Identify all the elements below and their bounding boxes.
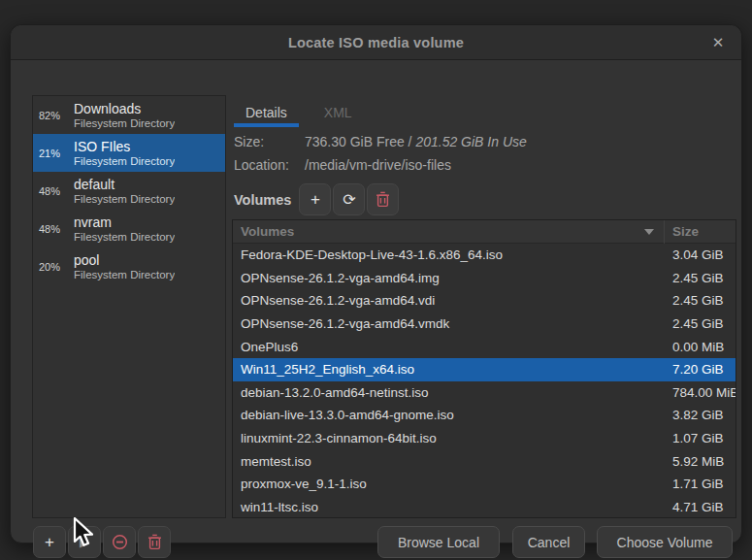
trash-icon bbox=[376, 191, 390, 208]
storage-pool-list[interactable]: 82% Downloads Filesystem Directory 21% I… bbox=[32, 95, 226, 518]
volume-row[interactable]: memtest.iso 5.92 MiB bbox=[233, 449, 736, 473]
storage-pool-item[interactable]: 48% default Filesystem Directory bbox=[33, 172, 225, 210]
volumes-toolbar: Volumes + ⟳ bbox=[234, 183, 401, 215]
pool-type: Filesystem Directory bbox=[74, 268, 175, 281]
sort-descending-icon bbox=[644, 229, 654, 235]
add-volume-button[interactable]: + bbox=[299, 183, 331, 215]
volume-row[interactable]: OPNsense-26.1.2-vga-amd64.img 2.45 GiB bbox=[233, 267, 736, 290]
volume-size: 784.00 MiB bbox=[665, 385, 736, 400]
pool-name: Downloads bbox=[74, 101, 175, 116]
volume-size: 2.45 GiB bbox=[665, 271, 736, 285]
volume-name: OPNsense-26.1.2-vga-amd64.vdi bbox=[233, 293, 665, 308]
pool-usage-percent: 82% bbox=[39, 110, 70, 121]
detail-tabs: Details XML bbox=[234, 101, 377, 127]
storage-pool-item[interactable]: 20% pool Filesystem Directory bbox=[33, 247, 225, 285]
choose-volume-button[interactable]: Choose Volume bbox=[597, 526, 733, 558]
pool-type: Filesystem Directory bbox=[74, 230, 175, 244]
cancel-button[interactable]: Cancel bbox=[512, 526, 585, 558]
volume-size: 0.00 MiB bbox=[665, 340, 736, 354]
storage-pool-item[interactable]: 21% ISO FIles Filesystem Directory bbox=[33, 134, 225, 172]
refresh-icon: ⟳ bbox=[343, 192, 355, 208]
volume-row[interactable]: win11-ltsc.iso 4.71 GiB bbox=[233, 496, 736, 518]
volume-name: debian-13.2.0-amd64-netinst.iso bbox=[233, 385, 665, 400]
browse-local-button[interactable]: Browse Local bbox=[377, 526, 500, 558]
volume-row[interactable]: OnePlus6 0.00 MiB bbox=[233, 335, 736, 358]
volume-size: 4.71 GiB bbox=[665, 500, 736, 514]
volume-size: 3.04 GiB bbox=[665, 247, 736, 262]
pool-size-row: Size:736.30 GiB Free / 201.52 GiB In Use bbox=[234, 134, 527, 149]
refresh-volumes-button[interactable]: ⟳ bbox=[333, 183, 365, 215]
pool-name: pool bbox=[74, 252, 175, 268]
volume-row[interactable]: OPNsense-26.1.2-vga-amd64.vmdk 2.45 GiB bbox=[233, 313, 736, 336]
trash-icon bbox=[147, 534, 162, 550]
start-pool-button[interactable]: ▶ bbox=[68, 526, 101, 558]
volume-name: win11-ltsc.iso bbox=[233, 500, 665, 514]
volume-size: 2.45 GiB bbox=[665, 293, 736, 308]
volume-name: OnePlus6 bbox=[233, 340, 665, 354]
close-icon[interactable]: ✕ bbox=[708, 33, 728, 52]
pool-location-row: Location:/media/vm-drive/iso-files bbox=[234, 157, 451, 173]
column-header-volumes[interactable]: Volumes bbox=[233, 224, 664, 239]
volume-row[interactable]: debian-13.2.0-amd64-netinst.iso 784.00 M… bbox=[233, 381, 736, 405]
pool-usage-percent: 48% bbox=[39, 223, 70, 235]
dialog-title: Locate ISO media volume bbox=[288, 35, 464, 50]
location-label: Location: bbox=[234, 157, 305, 173]
pool-name: ISO FIles bbox=[74, 139, 175, 154]
location-value: /media/vm-drive/iso-files bbox=[305, 157, 451, 173]
volume-name: OPNsense-26.1.2-vga-amd64.vmdk bbox=[233, 316, 665, 331]
tab-xml[interactable]: XML bbox=[312, 101, 364, 127]
volume-size: 2.45 GiB bbox=[665, 316, 736, 331]
pool-type: Filesystem Directory bbox=[74, 154, 175, 168]
volume-size: 1.07 GiB bbox=[665, 431, 736, 445]
pool-type: Filesystem Directory bbox=[74, 116, 175, 130]
volume-name: memtest.iso bbox=[233, 454, 665, 469]
pool-usage-percent: 20% bbox=[39, 261, 70, 273]
volume-name: OPNsense-26.1.2-vga-amd64.img bbox=[233, 271, 665, 285]
delete-pool-button[interactable] bbox=[138, 526, 171, 558]
volume-name: Fedora-KDE-Desktop-Live-43-1.6.x86_64.is… bbox=[233, 247, 665, 262]
pool-type: Filesystem Directory bbox=[74, 192, 175, 206]
volume-row[interactable]: linuxmint-22.3-cinnamon-64bit.iso 1.07 G… bbox=[233, 427, 736, 450]
volumes-table-body: Fedora-KDE-Desktop-Live-43-1.6.x86_64.is… bbox=[233, 244, 736, 518]
add-pool-button[interactable]: + bbox=[33, 526, 66, 558]
pool-action-buttons: + ▶ bbox=[33, 526, 173, 558]
volume-row[interactable]: proxmox-ve_9.1-1.iso 1.71 GiB bbox=[233, 473, 736, 496]
volume-size: 3.82 GiB bbox=[665, 408, 736, 422]
plus-icon: + bbox=[311, 191, 320, 208]
volume-size: 5.92 MiB bbox=[665, 454, 736, 469]
delete-volume-button[interactable] bbox=[367, 183, 399, 215]
plus-icon: + bbox=[45, 534, 54, 550]
volume-row[interactable]: debian-live-13.3.0-amd64-gnome.iso 3.82 … bbox=[233, 404, 736, 427]
dialog-titlebar: Locate ISO media volume ✕ bbox=[11, 25, 741, 60]
storage-pool-item[interactable]: 48% nvram Filesystem Directory bbox=[33, 210, 225, 247]
volume-name: Win11_25H2_English_x64.iso bbox=[233, 362, 665, 377]
locate-iso-dialog: Locate ISO media volume ✕ 82% Downloads … bbox=[10, 24, 742, 544]
volume-name: linuxmint-22.3-cinnamon-64bit.iso bbox=[233, 431, 665, 445]
play-icon: ▶ bbox=[80, 536, 89, 548]
volume-row[interactable]: OPNsense-26.1.2-vga-amd64.vdi 2.45 GiB bbox=[233, 289, 736, 313]
size-used-value: 201.52 GiB In Use bbox=[415, 134, 526, 149]
volume-size: 1.71 GiB bbox=[665, 477, 736, 491]
volumes-table[interactable]: Volumes Size Fedora-KDE-Desktop-Live-43-… bbox=[232, 219, 736, 518]
volumes-section-label: Volumes bbox=[234, 192, 291, 208]
size-label: Size: bbox=[234, 134, 305, 149]
stop-circle-icon bbox=[112, 534, 128, 550]
volume-row[interactable]: Win11_25H2_English_x64.iso 7.20 GiB bbox=[233, 358, 736, 381]
pool-usage-percent: 21% bbox=[39, 148, 70, 159]
volume-name: proxmox-ve_9.1-1.iso bbox=[233, 477, 665, 491]
pool-name: nvram bbox=[74, 214, 175, 230]
volume-row[interactable]: Fedora-KDE-Desktop-Live-43-1.6.x86_64.is… bbox=[233, 244, 736, 267]
pool-usage-percent: 48% bbox=[39, 185, 70, 197]
tab-details[interactable]: Details bbox=[234, 101, 299, 127]
storage-pool-item[interactable]: 82% Downloads Filesystem Directory bbox=[33, 96, 225, 134]
column-header-size[interactable]: Size bbox=[665, 224, 736, 239]
volumes-table-header: Volumes Size bbox=[233, 220, 736, 244]
pool-name: default bbox=[74, 177, 175, 192]
volume-name: debian-live-13.3.0-amd64-gnome.iso bbox=[233, 408, 665, 422]
volume-size: 7.20 GiB bbox=[665, 362, 736, 377]
stop-pool-button[interactable] bbox=[103, 526, 136, 558]
size-free-value: 736.30 GiB Free / bbox=[305, 134, 415, 149]
